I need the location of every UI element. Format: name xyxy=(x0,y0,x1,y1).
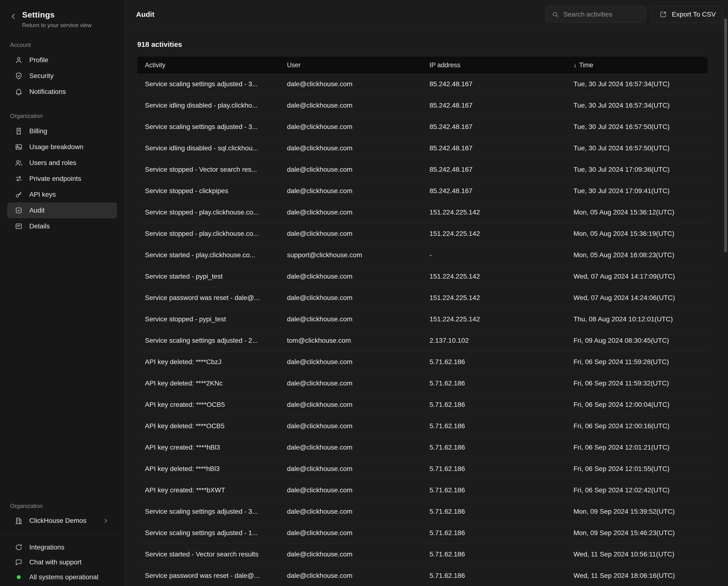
cell-time: Wed, 11 Sep 2024 10:56:11(UTC) xyxy=(566,551,708,558)
cell-time: Tue, 30 Jul 2024 17:09:36(UTC) xyxy=(566,166,708,173)
cell-activity: API key deleted: ****CbzJ xyxy=(137,358,279,366)
settings-title: Settings xyxy=(22,10,92,20)
table-row[interactable]: API key created: ****OCB5 dale@clickhous… xyxy=(137,394,708,415)
table-row[interactable]: Service password was reset - dale@... da… xyxy=(137,565,708,586)
return-to-service-link[interactable]: Return to your service view xyxy=(22,22,92,29)
cell-ip-address: - xyxy=(422,251,566,259)
table-row[interactable]: Service scaling settings adjusted - 2...… xyxy=(137,330,708,351)
cell-time: Mon, 09 Sep 2024 15:39:52(UTC) xyxy=(566,508,708,515)
cell-time: Mon, 05 Aug 2024 15:36:12(UTC) xyxy=(566,209,708,216)
vertical-scrollbar[interactable] xyxy=(724,18,727,252)
cell-activity: API key created: ****bXWT xyxy=(137,486,279,494)
table-row[interactable]: API key deleted: ****CbzJ dale@clickhous… xyxy=(137,351,708,373)
sidebar-item-audit[interactable]: Audit xyxy=(7,202,117,218)
table-row[interactable]: Service idling disabled - sql.clickhou..… xyxy=(137,138,708,159)
sidebar-item-profile[interactable]: Profile xyxy=(7,52,117,68)
cell-user: dale@clickhouse.com xyxy=(279,572,422,580)
cell-ip-address: 151.224.225.142 xyxy=(422,315,566,323)
sidebar-item-label: API keys xyxy=(29,191,56,198)
cell-user: dale@clickhouse.com xyxy=(279,422,422,430)
search-box[interactable] xyxy=(545,6,646,23)
system-status-link[interactable]: All systems operational xyxy=(7,570,117,585)
table-row[interactable]: Service stopped - play.clickhouse.co... … xyxy=(137,223,708,244)
cell-ip-address: 5.71.62.186 xyxy=(422,380,566,387)
cell-user: dale@clickhouse.com xyxy=(279,529,422,537)
chat-with-support-link[interactable]: Chat with support xyxy=(7,555,117,570)
cell-ip-address: 85.242.48.167 xyxy=(422,102,566,109)
sidebar-title-block: Settings Return to your service view xyxy=(22,10,92,29)
sidebar-item-billing[interactable]: Billing xyxy=(7,123,117,139)
table-row[interactable]: API key deleted: ****2KNc dale@clickhous… xyxy=(137,373,708,394)
table-row[interactable]: Service scaling settings adjusted - 3...… xyxy=(137,501,708,522)
cell-time: Fri, 06 Sep 2024 11:59:32(UTC) xyxy=(566,380,708,387)
cell-time: Thu, 08 Aug 2024 10:12:01(UTC) xyxy=(566,315,708,323)
table-row[interactable]: API key deleted: ****OCB5 dale@clickhous… xyxy=(137,415,708,437)
cell-ip-address: 151.224.225.142 xyxy=(422,273,566,280)
column-header-user[interactable]: User xyxy=(279,62,422,69)
table-row[interactable]: API key deleted: ****hBl3 dale@clickhous… xyxy=(137,458,708,480)
cell-time: Wed, 07 Aug 2024 14:24:06(UTC) xyxy=(566,294,708,302)
sidebar-item-users-and-roles[interactable]: Users and roles xyxy=(7,155,117,171)
table-row[interactable]: Service stopped - clickpipes dale@clickh… xyxy=(137,180,708,202)
search-input[interactable] xyxy=(564,10,640,18)
arrows-swap-icon xyxy=(15,174,23,183)
table-row[interactable]: Service idling disabled - play.clickho..… xyxy=(137,95,708,116)
sidebar-item-usage-breakdown[interactable]: Usage breakdown xyxy=(7,139,117,155)
sidebar-item-private-endpoints[interactable]: Private endpoints xyxy=(7,171,117,187)
key-icon xyxy=(15,190,23,199)
table-row[interactable]: Service stopped - pypi_test dale@clickho… xyxy=(137,309,708,330)
cell-ip-address: 5.71.62.186 xyxy=(422,422,566,430)
column-label: IP address xyxy=(430,62,461,69)
sidebar-footer: Integrations Chat with support All syste… xyxy=(0,535,124,586)
app-window: Settings Return to your service view Acc… xyxy=(0,0,728,586)
receipt-icon xyxy=(15,127,23,136)
table-row[interactable]: Service stopped - Vector search res... d… xyxy=(137,159,708,180)
table-row[interactable]: Service scaling settings adjusted - 3...… xyxy=(137,116,708,138)
table-row[interactable]: API key created: ****bXWT dale@clickhous… xyxy=(137,480,708,501)
integrations-link[interactable]: Integrations xyxy=(7,540,117,555)
sidebar-item-security[interactable]: Security xyxy=(7,68,117,84)
column-header-time[interactable]: ↓ Time xyxy=(566,62,708,69)
cell-ip-address: 5.71.62.186 xyxy=(422,551,566,558)
cell-user: dale@clickhouse.com xyxy=(279,380,422,387)
cell-user: dale@clickhouse.com xyxy=(279,486,422,494)
cell-time: Tue, 30 Jul 2024 16:57:34(UTC) xyxy=(566,102,708,109)
cell-ip-address: 5.71.62.186 xyxy=(422,486,566,494)
table-row[interactable]: Service scaling settings adjusted - 1...… xyxy=(137,522,708,544)
sidebar-item-notifications[interactable]: Notifications xyxy=(7,84,117,100)
cell-ip-address: 85.242.48.167 xyxy=(422,166,566,173)
cell-activity: Service scaling settings adjusted - 3... xyxy=(137,123,279,131)
account-nav: Profile Security Notifications xyxy=(0,52,124,100)
table-row[interactable]: Service password was reset - dale@... da… xyxy=(137,287,708,309)
cell-ip-address: 85.242.48.167 xyxy=(422,144,566,152)
cell-user: dale@clickhouse.com xyxy=(279,315,422,323)
cell-user: dale@clickhouse.com xyxy=(279,166,422,173)
sidebar-item-label: Billing xyxy=(29,127,47,135)
table-row[interactable]: Service started - Vector search results … xyxy=(137,544,708,565)
cell-activity: Service scaling settings adjusted - 3... xyxy=(137,508,279,515)
column-header-ip-address[interactable]: IP address xyxy=(422,62,566,69)
sidebar-item-label: Private endpoints xyxy=(29,175,81,182)
cell-user: dale@clickhouse.com xyxy=(279,358,422,366)
back-button[interactable] xyxy=(9,10,18,21)
export-csv-button[interactable]: Export To CSV xyxy=(652,6,723,23)
usage-icon xyxy=(15,143,23,151)
cell-activity: Service stopped - Vector search res... xyxy=(137,166,279,173)
cell-user: tom@clickhouse.com xyxy=(279,337,422,344)
table-row[interactable]: Service stopped - play.clickhouse.co... … xyxy=(137,202,708,223)
column-header-activity[interactable]: Activity xyxy=(137,62,279,69)
cell-activity: API key deleted: ****hBl3 xyxy=(137,465,279,473)
table-row[interactable]: Service started - play.clickhouse.co... … xyxy=(137,244,708,266)
cell-user: dale@clickhouse.com xyxy=(279,123,422,131)
table-row[interactable]: Service scaling settings adjusted - 3...… xyxy=(137,73,708,95)
activities-count: 918 activities xyxy=(137,40,708,49)
org-switcher-button[interactable]: ClickHouse Demos xyxy=(7,513,117,529)
details-icon xyxy=(15,222,23,230)
sidebar-item-api-keys[interactable]: API keys xyxy=(7,187,117,202)
table-row[interactable]: API key created: ****hBl3 dale@clickhous… xyxy=(137,437,708,458)
cell-user: dale@clickhouse.com xyxy=(279,273,422,280)
sidebar-item-details[interactable]: Details xyxy=(7,218,117,234)
cell-time: Mon, 09 Sep 2024 15:46:23(UTC) xyxy=(566,529,708,537)
table-row[interactable]: Service started - pypi_test dale@clickho… xyxy=(137,266,708,287)
cell-time: Fri, 06 Sep 2024 12:00:04(UTC) xyxy=(566,401,708,409)
